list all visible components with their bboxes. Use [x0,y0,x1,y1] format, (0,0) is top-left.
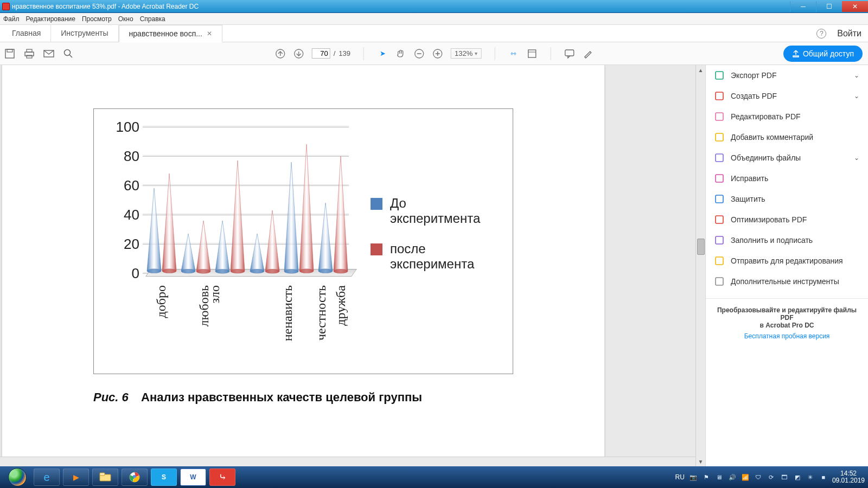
highlight-icon[interactable] [582,48,593,59]
menu-edit[interactable]: Редактирование [26,15,75,23]
tools-item-label: Заполнить и подписать [731,236,813,245]
window-controls: ─ ☐ ✕ [790,1,868,12]
tray-update-icon[interactable]: ◩ [793,473,802,481]
tools-panel-item[interactable]: Заполнить и подписать [706,230,868,251]
mail-icon[interactable] [43,48,54,59]
search-icon[interactable] [63,48,74,59]
tab-tools[interactable]: Инструменты [51,24,118,42]
chevron-down-icon: ⌄ [854,92,859,100]
window-maximize-button[interactable]: ☐ [816,1,842,12]
tray-monitor-icon[interactable]: 🖥 [715,473,724,481]
taskbar-word-icon[interactable]: W [180,468,206,486]
tools-panel-item[interactable]: Редактировать PDF [706,106,868,127]
zoom-in-icon[interactable] [432,48,443,59]
taskbar-chrome-icon[interactable] [122,468,148,486]
window-close-button[interactable]: ✕ [842,1,868,12]
tools-panel-item[interactable]: Экспорт PDF⌄ [706,65,868,86]
tools-item-icon [714,215,724,224]
taskbar-skype-icon[interactable]: S [151,468,177,486]
help-icon[interactable]: ? [816,29,826,38]
tools-item-icon [714,194,724,204]
menu-window[interactable]: Окно [118,15,133,23]
tools-panel-item[interactable]: Защитить [706,189,868,209]
menu-view[interactable]: Просмотр [82,15,112,23]
chart-cone [318,203,329,273]
taskbar: e ▶ S W ⤷ RU 📷 ⚑ 🖥 🔊 📶 🛡 ⟳ 🗔 ◩ ✳ ■ 14:52… [0,466,868,488]
horizontal-scrollbar[interactable] [0,457,695,466]
pointer-icon[interactable]: ➤ [377,48,388,59]
page-down-icon[interactable] [293,48,304,59]
tray-network-icon[interactable]: 📶 [741,473,750,481]
close-tab-icon[interactable]: ✕ [207,30,212,37]
legend-swatch [371,198,382,210]
zoom-out-icon[interactable] [414,48,425,59]
tools-panel-item[interactable]: Оптимизировать PDF [706,209,868,230]
tray-shield-icon[interactable]: 🛡 [754,473,763,481]
language-indicator[interactable]: RU [675,473,685,481]
share-button[interactable]: Общий доступ [783,46,863,62]
scroll-thumb[interactable] [697,239,705,255]
tools-item-label: Отправить для редактирования [731,256,843,265]
scroll-up-icon[interactable]: ▲ [696,65,705,75]
taskbar-ie-icon[interactable]: e [34,468,60,486]
vertical-scrollbar[interactable]: ▲ ▼ [695,65,705,466]
page-up-icon[interactable] [275,48,286,59]
svg-point-20 [181,269,195,273]
login-link[interactable]: Войти [837,29,861,38]
page-current-input[interactable] [312,48,330,59]
y-tick-label: 40 [124,207,139,223]
start-button[interactable] [4,466,30,488]
tools-item-label: Создать PDF [731,92,777,100]
window-title: нравственное воспитание 53%.pdf - Adobe … [12,3,199,10]
chart-legend: Доэксперитментапослеэксперимента [371,196,480,287]
svg-rect-30 [716,72,723,79]
svg-rect-17 [565,50,573,56]
tools-panel-item[interactable]: Добавить комментарий [706,127,868,147]
tray-volume-icon[interactable]: 🔊 [728,473,737,481]
tray-battery-icon[interactable]: 🗔 [780,473,789,481]
trial-link[interactable]: Бесплатная пробная версия [714,332,859,340]
tools-panel-item[interactable]: Исправить [706,168,868,189]
chart-cone [284,162,295,273]
tools-panel-item[interactable]: Отправить для редактирования [706,251,868,271]
y-tick-label: 100 [116,119,139,136]
taskbar-acrobat-icon[interactable]: ⤷ [209,468,235,486]
tools-item-label: Редактировать PDF [731,112,801,121]
tab-home[interactable]: Главная [2,24,51,42]
taskbar-clock[interactable]: 14:52 09.01.2019 [832,470,865,484]
menu-file[interactable]: Файл [3,15,20,23]
tools-item-label: Добавить комментарий [731,133,813,142]
system-tray: RU 📷 ⚑ 🖥 🔊 📶 🛡 ⟳ 🗔 ◩ ✳ ■ 14:52 09.01.201… [675,466,865,488]
chevron-down-icon: ⌄ [854,154,859,162]
chevron-down-icon: ⌄ [854,72,859,79]
tools-panel-item[interactable]: Создать PDF⌄ [706,86,868,106]
tools-panel-item[interactable]: Дополнительные инструменты [706,271,868,292]
hand-icon[interactable] [395,48,406,59]
taskbar-media-icon[interactable]: ▶ [63,468,89,486]
tray-sync-icon[interactable]: ⟳ [767,473,776,481]
menu-help[interactable]: Справка [140,15,165,23]
window-minimize-button[interactable]: ─ [790,1,816,12]
tray-camera-icon[interactable]: 📷 [689,473,698,481]
tray-av-icon[interactable]: ✳ [806,473,815,481]
fit-width-icon[interactable]: ⇿ [508,48,519,59]
svg-point-23 [231,269,245,273]
fit-page-icon[interactable] [526,48,537,59]
svg-point-27 [299,269,314,273]
zoom-dropdown[interactable]: 132%▾ [451,48,481,59]
chart-cone [250,234,261,273]
svg-rect-39 [716,257,723,265]
tools-item-icon [714,132,724,142]
x-axis-labels: добролюбовьзлоненавистьчестностьдружба [143,285,349,367]
comment-icon[interactable] [564,48,575,59]
page-total: 139 [339,49,350,57]
taskbar-explorer-icon[interactable] [92,468,118,486]
tools-panel-item[interactable]: Объединить файлы⌄ [706,147,868,168]
save-icon[interactable] [4,48,15,59]
tray-flag-icon[interactable]: ⚑ [702,473,711,481]
scroll-down-icon[interactable]: ▼ [696,457,705,466]
document-viewport[interactable]: 020406080100 добролюбовьзлоненавистьчест… [0,65,705,466]
tab-document[interactable]: нравственное восп... ✕ [119,25,222,42]
print-icon[interactable] [24,48,35,59]
tray-misc-icon[interactable]: ■ [819,473,828,481]
